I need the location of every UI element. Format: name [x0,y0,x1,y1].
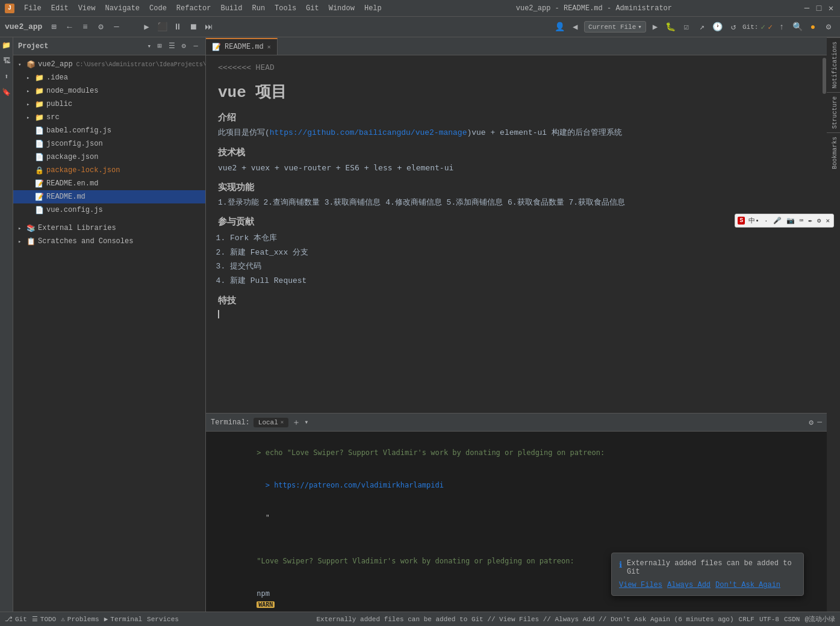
sougou-mic[interactable]: 🎤 [772,216,783,225]
crlf-label[interactable]: CRLF [739,616,754,623]
sougou-gear[interactable]: ⚙ [816,216,823,225]
menu-file[interactable]: File [20,3,45,14]
run-button[interactable]: ▶ [649,20,662,34]
nav-back-button[interactable]: ◀ [568,20,582,34]
toolbar-icon-6[interactable]: ⏸ [171,20,184,34]
tab-close-button[interactable]: ✕ [267,43,271,51]
tree-idea[interactable]: ▸ 📁 .idea [13,71,205,84]
tree-jsconfig[interactable]: ▸ 📄 jsconfig.json [13,137,205,150]
tree-readme[interactable]: ▸ 📝 README.md [13,190,205,203]
terminal-settings-button[interactable]: ⚙ [809,418,814,427]
tree-external-libs[interactable]: ▸ 📚 External Libraries [13,222,205,235]
notif-dont-ask[interactable]: Don't Ask Again [715,581,780,589]
toolbar-icon-2[interactable]: ≡ [78,20,92,34]
search-button[interactable]: 🔍 [791,20,804,34]
special-heading: 特技 [218,295,810,306]
structure-icon[interactable]: 🏗 [1,55,12,66]
menu-edit[interactable]: Edit [48,3,72,14]
menu-code[interactable]: Code [146,3,170,14]
sougou-key[interactable]: ⌨ [798,216,805,225]
toolbar-back-button[interactable]: ← [63,20,76,34]
sougou-pen[interactable]: ✒ [807,216,814,225]
coverage-button[interactable]: ☑ [680,20,693,34]
maximize-button[interactable]: □ [815,4,823,13]
run-config-dropdown[interactable]: Current File ▾ [584,21,646,33]
toolbar-icon-8[interactable]: ⏭ [202,20,216,34]
tab-readme[interactable]: 📝 README.md ✕ [206,38,278,55]
sougou-close[interactable]: ✕ [824,216,831,225]
terminal-tab[interactable]: Local ✕ [254,418,288,427]
panel-icon-collapse[interactable]: ⊞ [155,42,164,51]
menu-help[interactable]: Help [361,3,385,14]
statusbar-services[interactable]: Services [147,616,179,623]
git-push-button[interactable]: ↑ [775,20,788,34]
notifications-label[interactable]: Notifications [827,37,840,92]
user-icon[interactable]: 👤 [553,20,566,34]
readme-title: vue 项目 [218,81,810,102]
term-link[interactable]: > https://patreon.com/vladimirkharlampid… [257,481,444,489]
menu-window[interactable]: Window [325,3,358,14]
tree-public[interactable]: ▸ 📁 public [13,98,205,111]
tree-src[interactable]: ▸ 📁 src [13,111,205,124]
settings-button[interactable]: ⚙ [822,20,835,34]
panel-icon-expand[interactable]: ☰ [167,42,176,51]
statusbar-terminal[interactable]: ▶ Terminal [104,615,142,623]
window-title: vue2_app - README.md - Administrator [516,4,672,13]
close-button[interactable]: ✕ [827,4,835,13]
editor-content[interactable]: <<<<<<< HEAD vue 项目 介绍 此项目是仿写(https://gi… [206,55,822,413]
terminal-tab-close[interactable]: ✕ [281,419,284,426]
menu-run[interactable]: Run [248,3,269,14]
tree-package-lock[interactable]: ▸ 🔒 package-lock.json [13,164,205,177]
charset-label[interactable]: UTF-8 [759,616,779,623]
panel-dropdown-icon[interactable]: ▾ [147,42,151,50]
statusbar-problems[interactable]: ⚠ Problems [61,615,99,623]
scrollbar-thumb[interactable] [823,58,826,94]
toolbar-icon-4[interactable]: ─ [110,20,123,34]
structure-label[interactable]: Structure [827,92,840,132]
sougou-cn[interactable]: 中• [747,215,761,226]
bookmarks-icon[interactable]: 🔖 [1,87,12,98]
arrow-right-button[interactable]: ↗ [695,20,709,34]
intro-link[interactable]: https://github.com/bailicangdu/vue2-mana… [270,128,467,137]
statusbar-message: Externally added files can be added to G… [316,616,733,623]
terminal-minimize-button[interactable]: ─ [817,418,822,427]
history-button[interactable]: 🕐 [711,20,724,34]
panel-icon-gear[interactable]: ⚙ [179,42,188,51]
debug-button[interactable]: 🐛 [664,20,677,34]
tree-babel[interactable]: ▸ 📄 babel.config.js [13,124,205,137]
menu-tools[interactable]: Tools [271,3,300,14]
menu-git[interactable]: Git [302,3,323,14]
toolbar-play-button[interactable]: ▶ [140,20,153,34]
toolbar-icon-3[interactable]: ⚙ [94,20,107,34]
statusbar-git[interactable]: ⎇ Git [5,615,27,623]
tree-package[interactable]: ▸ 📄 package.json [13,150,205,164]
commit-icon[interactable]: ⬆ [1,71,12,82]
tree-scratches[interactable]: ▸ 📋 Scratches and Consoles [13,235,205,248]
tree-root[interactable]: ▾ 📦 vue2_app C:\Users\Administrator\Idea… [13,58,205,71]
terminal-add-button[interactable]: ＋ [292,417,300,428]
avatar-button[interactable]: ● [806,20,820,34]
editor-scrollbar[interactable] [822,55,827,413]
sougou-cam[interactable]: 📷 [785,216,796,225]
toolbar-icon-1[interactable]: ⊞ [47,20,60,34]
minimize-button[interactable]: ─ [803,4,811,13]
notif-always-add[interactable]: Always Add [667,581,711,589]
reload-button[interactable]: ↺ [727,20,740,34]
statusbar-todo[interactable]: ☰ TODO [32,615,56,623]
csdn-label[interactable]: CSDN [784,616,800,623]
project-panel-icon[interactable]: 📁 [1,40,12,51]
menu-build[interactable]: Build [217,3,246,14]
terminal-chevron-button[interactable]: ▾ [304,418,308,427]
menu-navigate[interactable]: Navigate [101,3,143,14]
tree-vue-config[interactable]: ▸ 📄 vue.config.js [13,203,205,217]
menu-refactor[interactable]: Refactor [173,3,215,14]
notif-view-files[interactable]: View Files [619,581,662,589]
bookmarks-label[interactable]: Bookmarks [827,132,840,173]
tree-readme-en[interactable]: ▸ 📝 README.en.md [13,177,205,190]
toolbar-icon-5[interactable]: ⬛ [155,20,169,34]
sougou-dot[interactable]: · [763,217,770,225]
menu-view[interactable]: View [75,3,99,14]
tree-node-modules[interactable]: ▸ 📁 node_modules [13,84,205,98]
panel-icon-minimize[interactable]: ─ [191,42,201,51]
toolbar-icon-7[interactable]: ⏹ [187,20,200,34]
